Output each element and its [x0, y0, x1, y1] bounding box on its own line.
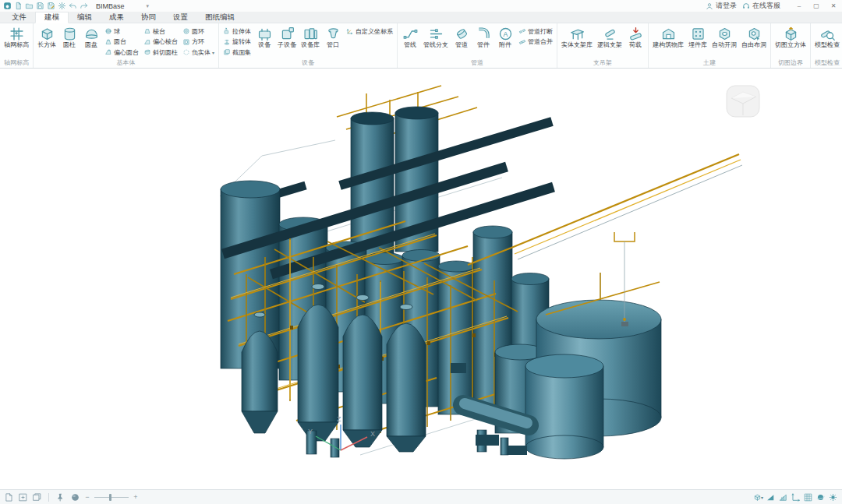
viewport[interactable]: Z Y X	[0, 69, 842, 489]
model-check-icon	[819, 26, 836, 42]
ribbon-button-管道打断[interactable]: 管道打断	[517, 26, 554, 36]
redo-button[interactable]	[80, 2, 88, 10]
navigation-cube[interactable]	[727, 86, 759, 117]
render-sphere-icon	[70, 492, 80, 502]
ribbon-button-圆柱[interactable]: 圆柱	[59, 25, 80, 58]
settings-button[interactable]	[58, 2, 66, 10]
ribbon-button-管口[interactable]: 管口	[323, 25, 343, 58]
ribbon-button-建构筑物库[interactable]: 建构筑物库	[651, 25, 685, 58]
ribbon-button-逻辑支架[interactable]: 逻辑支架	[596, 25, 624, 58]
save-as-icon	[47, 2, 55, 10]
fit-extents-button[interactable]	[18, 492, 28, 502]
status-left-tools: − +	[4, 492, 139, 502]
tab-协同[interactable]: 协同	[133, 12, 165, 23]
ribbon-button-截面集[interactable]: 截面集	[221, 48, 253, 57]
ribbon-button-轴网标高[interactable]: 轴网标高	[2, 25, 30, 58]
orbit-icon	[815, 492, 826, 502]
dropdown-caret-icon: ▾	[761, 495, 763, 500]
ribbon-button-实体支架库[interactable]: 实体支架库	[560, 25, 594, 58]
model-3d-view[interactable]: Z Y X	[0, 69, 842, 489]
ribbon-button-偏心棱台[interactable]: 偏心棱台	[142, 37, 179, 47]
ribbon-button-偏心圆台[interactable]: 偏心圆台	[103, 48, 140, 57]
ribbon-button-球[interactable]: 球	[103, 26, 140, 36]
ribbon-group-土建: 建构筑物库埋件库自动开洞自由布洞土建	[649, 23, 771, 68]
headset-icon	[742, 2, 750, 10]
close-button[interactable]: ✕	[825, 0, 842, 12]
ribbon-button-自动开洞[interactable]: 自动开洞	[710, 25, 738, 58]
tab-建模[interactable]: 建模	[35, 12, 69, 23]
ribbon-button-切图立方体[interactable]: 切图立方体	[773, 25, 808, 58]
tab-文件[interactable]: 文件	[3, 12, 35, 23]
support-lib-icon	[569, 26, 586, 42]
ribbon-button-管线[interactable]: 管线	[400, 25, 420, 58]
button-label: 圆台	[114, 37, 126, 46]
ribbon-button-管道合并[interactable]: 管道合并	[517, 37, 554, 47]
button-label: 模型检查	[815, 42, 840, 49]
orbit-button[interactable]	[815, 492, 826, 502]
ribbon-button-长方体[interactable]: 长方体	[36, 25, 58, 58]
button-label: 管道	[455, 42, 468, 49]
ribbon-button-旋转体[interactable]: 旋转体	[221, 37, 253, 47]
layout-views-button[interactable]	[32, 492, 42, 502]
zoom-out-button[interactable]: −	[84, 493, 90, 501]
tab-图纸编辑[interactable]: 图纸编辑	[196, 12, 243, 23]
open-file-button[interactable]	[25, 2, 34, 10]
new-file-button[interactable]	[14, 2, 23, 10]
new-drawing-button[interactable]	[4, 492, 14, 502]
tab-编辑[interactable]: 编辑	[69, 12, 101, 23]
view-cube-button[interactable]: ▾	[753, 492, 763, 502]
save-as-button[interactable]	[47, 2, 55, 10]
ribbon-button-自由布洞[interactable]: 自由布洞	[740, 25, 768, 58]
ribbon-button-设备[interactable]: 设备	[254, 25, 274, 58]
ribbon-button-圆盘[interactable]: 圆盘	[81, 25, 101, 58]
ribbon-button-子设备[interactable]: 子设备	[276, 25, 298, 58]
button-label: 自定义坐标系	[356, 27, 393, 36]
quick-access-toolbar	[3, 2, 88, 10]
zoom-slider[interactable]	[94, 492, 129, 502]
display-settings-button[interactable]	[828, 492, 838, 502]
ribbon-button-棱台[interactable]: 棱台	[142, 26, 179, 36]
zoom-slider-track[interactable]	[94, 497, 129, 498]
ribbon-button-附件[interactable]: A附件	[495, 25, 515, 58]
ribbon-button-圆台[interactable]: 圆台	[103, 37, 140, 47]
zoom-in-button[interactable]: +	[133, 493, 139, 501]
grid-display-button[interactable]	[803, 492, 813, 502]
maximize-button[interactable]: ▢	[808, 0, 825, 12]
ribbon-button-圆环[interactable]: 圆环	[181, 26, 216, 36]
ribbon-group-label: 设备	[219, 58, 397, 68]
embed-lib-icon	[690, 26, 706, 42]
title-dropdown-caret[interactable]: ▾	[147, 3, 150, 9]
app-logo-icon	[3, 2, 12, 10]
ucs-axis-button[interactable]	[791, 492, 801, 502]
ribbon-button-管道[interactable]: 管道	[451, 25, 472, 58]
ribbon-button-埋件库[interactable]: 埋件库	[687, 25, 709, 58]
ribbon-button-方环[interactable]: 方环	[181, 37, 216, 47]
ribbon-button-管线分支[interactable]: 管线分支	[422, 25, 450, 58]
ribbon-button-斜切圆柱[interactable]: 斜切圆柱	[142, 48, 179, 57]
ribbon-button-模型检查[interactable]: 模型检查	[813, 25, 841, 58]
axonometric-view-button[interactable]	[778, 492, 788, 502]
ucs-axis-icon	[791, 492, 801, 502]
section-view-button[interactable]	[766, 492, 776, 502]
login-button[interactable]: 请登录	[706, 1, 737, 11]
ribbon-button-管件[interactable]: 管件	[473, 25, 494, 58]
ribbon-group-label: 轴网标高	[0, 58, 33, 68]
undo-button[interactable]	[69, 2, 77, 10]
zoom-slider-handle[interactable]	[109, 494, 111, 501]
ribbon-button-拉伸体[interactable]: 拉伸体	[221, 26, 253, 36]
ribbon-button-设备库[interactable]: 设备库	[299, 25, 321, 58]
ribbon-button-荷载[interactable]: 荷载	[625, 25, 646, 58]
button-label: 偏心棱台	[153, 37, 178, 46]
ribbon-tab-bar: 文件建模编辑成果协同设置图纸编辑	[0, 12, 842, 23]
app-logo-button[interactable]	[3, 2, 12, 10]
render-sphere-button[interactable]	[70, 492, 80, 502]
pin-button[interactable]	[55, 492, 65, 502]
tab-设置[interactable]: 设置	[165, 12, 196, 23]
online-service-button[interactable]: 在线客服	[742, 1, 780, 11]
ribbon-button-自定义坐标系[interactable]: 自定义坐标系	[345, 26, 394, 36]
ribbon-button-负实体[interactable]: 负实体▾	[181, 48, 216, 57]
tab-成果[interactable]: 成果	[101, 12, 133, 23]
minimize-button[interactable]: –	[791, 0, 808, 12]
save-button[interactable]	[36, 2, 44, 10]
ribbon-group-label: 切图边界	[771, 58, 810, 68]
